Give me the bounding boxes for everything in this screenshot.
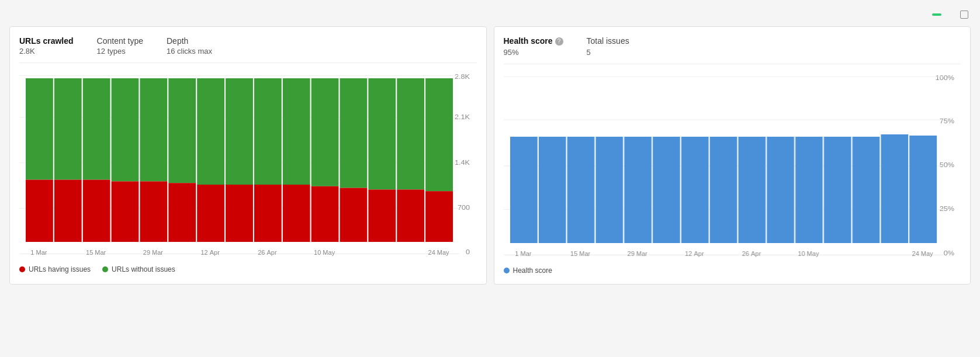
legend-no-issues: URLs without issues <box>102 265 175 273</box>
stat-value-health-score: 95% <box>504 48 563 57</box>
top-bar <box>9 9 971 19</box>
legend-label-issues: URLs having issues <box>29 265 91 273</box>
legend-dot-no-issues <box>102 266 108 272</box>
stat-value-depth: 16 clicks max <box>167 47 212 56</box>
stat-label-content-type: Content type <box>97 36 143 46</box>
legend-dot-health <box>504 268 510 273</box>
stat-depth: Depth 16 clicks max <box>167 36 212 56</box>
legend-dot-issues <box>19 266 25 272</box>
stat-label-total-issues: Total issues <box>587 36 629 46</box>
left-legend: URLs having issues URLs without issues <box>19 265 477 273</box>
stat-urls-crawled: URLs crawled 2.8K <box>19 36 74 56</box>
legend-label-health: Health score <box>513 266 552 275</box>
right-legend: Health score <box>504 266 961 275</box>
left-chart-area: 2.8K 2.1K 1.4K 700 0 <box>19 72 477 259</box>
stat-total-issues: Total issues 5 <box>587 36 629 57</box>
calendar-icon <box>960 11 968 19</box>
right-chart-area: 100% 75% 50% 25% 0% <box>504 74 961 261</box>
stat-label-urls-crawled: URLs crawled <box>19 36 74 46</box>
verified-badge <box>932 13 941 16</box>
schedule-info <box>960 9 971 19</box>
legend-label-no-issues: URLs without issues <box>112 265 175 273</box>
help-icon[interactable]: ? <box>555 37 563 46</box>
right-panel: Health score? 95%Total issues 5 100% 75%… <box>494 26 971 285</box>
legend-issues: URLs having issues <box>19 265 91 273</box>
left-panel: URLs crawled 2.8KContent type 12 typesDe… <box>9 26 487 285</box>
stat-content-type: Content type 12 types <box>97 36 143 56</box>
legend-health: Health score <box>504 266 552 275</box>
stat-value-content-type: 12 types <box>97 47 143 56</box>
top-meta <box>923 9 971 19</box>
panels: URLs crawled 2.8KContent type 12 typesDe… <box>9 26 971 285</box>
stat-label-health-score: Health score <box>504 36 553 46</box>
stat-health-score: Health score? 95% <box>504 36 563 57</box>
stat-label-depth: Depth <box>167 36 212 46</box>
stat-value-total-issues: 5 <box>587 48 629 57</box>
right-panel-stats: Health score? 95%Total issues 5 <box>504 36 961 64</box>
left-panel-stats: URLs crawled 2.8KContent type 12 typesDe… <box>19 36 477 63</box>
stat-value-urls-crawled: 2.8K <box>19 47 74 56</box>
